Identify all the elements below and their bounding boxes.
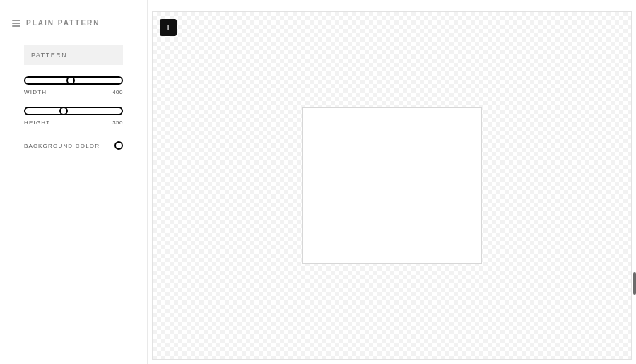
section-header-pattern: PATTERN bbox=[24, 45, 123, 65]
canvas[interactable]: + bbox=[152, 11, 632, 360]
background-color-label: BACKGROUND COLOR bbox=[24, 143, 100, 149]
width-control: WIDTH 400 bbox=[24, 76, 123, 95]
width-value: 400 bbox=[112, 89, 123, 95]
height-slider-thumb[interactable] bbox=[59, 107, 68, 115]
sidebar: PLAIN PATTERN PATTERN WIDTH 400 HEIGHT 3… bbox=[0, 0, 147, 364]
brand-title: PLAIN PATTERN bbox=[26, 19, 100, 27]
height-slider[interactable] bbox=[24, 107, 123, 115]
artboard[interactable] bbox=[302, 107, 482, 264]
height-label: HEIGHT bbox=[24, 119, 50, 126]
brand: PLAIN PATTERN bbox=[12, 19, 135, 27]
menu-icon[interactable] bbox=[12, 20, 20, 27]
background-color-swatch[interactable] bbox=[114, 141, 123, 150]
app-root: PLAIN PATTERN PATTERN WIDTH 400 HEIGHT 3… bbox=[0, 0, 636, 364]
add-element-button[interactable]: + bbox=[160, 19, 177, 36]
height-control: HEIGHT 350 bbox=[24, 107, 123, 126]
plus-icon: + bbox=[165, 23, 171, 33]
background-color-control: BACKGROUND COLOR bbox=[24, 141, 123, 150]
height-value: 350 bbox=[112, 119, 123, 126]
width-slider[interactable] bbox=[24, 76, 123, 85]
scrollbar-vertical[interactable] bbox=[633, 272, 636, 295]
width-slider-thumb[interactable] bbox=[66, 76, 75, 85]
canvas-wrapper: + bbox=[148, 0, 636, 364]
width-label: WIDTH bbox=[24, 89, 47, 95]
